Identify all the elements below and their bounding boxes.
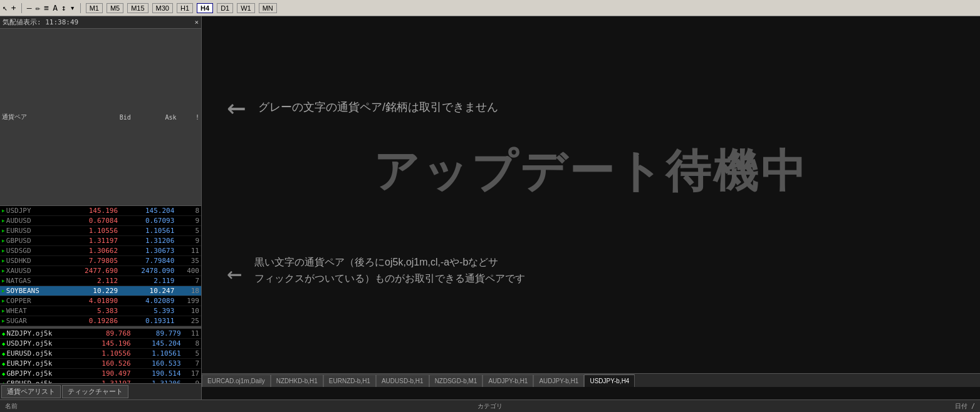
- bid-cell: 0.67084: [63, 216, 120, 226]
- lines-icon[interactable]: ≡: [44, 3, 49, 13]
- table-row[interactable]: ▶ NATGAS 2.112 2.119 7: [0, 276, 201, 286]
- tf-m1[interactable]: M1: [86, 3, 103, 13]
- table-row[interactable]: ▶ AUDUSD 0.67084 0.67093 9: [0, 216, 201, 226]
- symbol-cell: ▶ USDHKD: [0, 256, 63, 265]
- table-row[interactable]: ▶ GBPUSD 1.31197 1.31206 9: [0, 236, 201, 246]
- bid-cell: 1.31197: [63, 236, 120, 246]
- footer-left: 名前: [5, 402, 328, 411]
- bid-cell: 7.79805: [63, 256, 120, 266]
- table-row[interactable]: ◆ USDJPY.oj5k 145.196 145.204 8: [0, 339, 201, 349]
- update-waiting-text: アップデート待機中: [202, 142, 980, 202]
- watchlist-close-btn[interactable]: ×: [194, 18, 199, 26]
- draw-icon[interactable]: ✏: [35, 3, 40, 13]
- symbol-cell: ▶ COPPER: [0, 296, 63, 306]
- tab-button[interactable]: AUDJPY-b,H1: [482, 374, 533, 387]
- row-arrow-icon: ▶: [2, 248, 5, 254]
- ask-cell: 1.30673: [120, 246, 176, 256]
- watchlist-buttons: 通貨ペアリスト ティックチャート: [0, 383, 201, 399]
- tab-button[interactable]: EURCAD.oj1m,Daily: [202, 374, 271, 387]
- spread-cell: 9: [183, 379, 201, 383]
- ask-cell: 1.31206: [120, 236, 176, 246]
- ask-cell: 160.533: [133, 359, 183, 369]
- spread-cell: 400: [176, 266, 201, 276]
- table-row[interactable]: ◆ GBPUSD.oj5k 1.31197 1.31206 9: [0, 379, 201, 383]
- symbol-cell: ◆ EURUSD.oj5k: [0, 349, 83, 358]
- watchlist-section1: ▶ USDJPY 145.196 145.204 8 ▶ AUDUSD 0.67…: [0, 206, 201, 326]
- tick-chart-btn[interactable]: ティックチャート: [62, 385, 128, 398]
- tf-m15[interactable]: M15: [127, 3, 148, 13]
- diamond-icon: ◆: [2, 331, 5, 337]
- table-row[interactable]: ◆ EURUSD.oj5k 1.10556 1.10561 5: [0, 349, 201, 359]
- bid-cell: 5.383: [63, 306, 120, 316]
- symbol-cell: ◆ GBPJPY.oj5k: [0, 369, 83, 378]
- table-row[interactable]: ▶ USDSGD 1.30662 1.30673 11: [0, 246, 201, 256]
- symbol-cell: ◆ EURJPY.oj5k: [0, 359, 83, 368]
- table-row[interactable]: ◆ EURJPY.oj5k 160.526 160.533 7: [0, 359, 201, 369]
- tab-button[interactable]: EURNZD-b,H1: [323, 374, 376, 387]
- bid-cell: 2.112: [63, 276, 120, 286]
- symbol-name: SUGAR: [6, 317, 27, 325]
- footer-right: 日付 /: [652, 402, 975, 411]
- tf-h1[interactable]: H1: [177, 3, 193, 13]
- table-row[interactable]: ◆ GBPJPY.oj5k 190.497 190.514 17: [0, 369, 201, 379]
- table-row[interactable]: ▶ SUGAR 0.19286 0.19311 25: [0, 316, 201, 326]
- tab-button[interactable]: AUDJPY-b,H1: [533, 374, 584, 387]
- table-row[interactable]: ◆ NZDJPY.oj5k 89.768 89.779 11: [0, 329, 201, 339]
- tab-button[interactable]: NZDSGD-b,M1: [429, 374, 483, 387]
- table-row[interactable]: ▶ XAUUSD 2477.690 2478.090 400: [0, 266, 201, 276]
- tf-mn[interactable]: MN: [259, 3, 277, 13]
- row-arrow-icon: ▶: [2, 258, 5, 264]
- row-arrow-icon: ▶: [2, 268, 5, 274]
- bid-cell: 1.10556: [83, 349, 133, 359]
- symbol-name: XAUUSD: [6, 267, 31, 275]
- text-icon[interactable]: A: [53, 3, 58, 13]
- ask-cell: 5.393: [120, 306, 176, 316]
- col-symbol: 通貨ペア: [0, 29, 87, 206]
- spread-cell: 5: [183, 349, 201, 359]
- tf-m5[interactable]: M5: [107, 3, 123, 13]
- tf-w1[interactable]: W1: [237, 3, 255, 13]
- table-row[interactable]: ▶ WHEAT 5.383 5.393 10: [0, 306, 201, 316]
- tf-m30[interactable]: M30: [152, 3, 173, 13]
- cursor2-icon[interactable]: ↕: [61, 3, 66, 13]
- tf-h4[interactable]: H4: [197, 3, 213, 13]
- watchlist-scroll[interactable]: ▶ USDJPY 145.196 145.204 8 ▶ AUDUSD 0.67…: [0, 206, 201, 383]
- table-row[interactable]: ▶ USDJPY 145.196 145.204 8: [0, 206, 201, 216]
- caret-icon[interactable]: ▾: [70, 3, 75, 13]
- ask-cell: 190.514: [133, 369, 183, 379]
- tab-button[interactable]: NZDHKD-b,H1: [271, 374, 323, 387]
- spread-cell: 25: [176, 316, 201, 326]
- cursor-icon[interactable]: ↖: [3, 3, 8, 13]
- plus-icon[interactable]: +: [11, 3, 16, 13]
- table-row[interactable]: ▶ USDHKD 7.79805 7.79840 35: [0, 256, 201, 266]
- watchlist-table: 通貨ペア Bid Ask !: [0, 29, 201, 206]
- tab-button[interactable]: AUDUSD-b,H1: [376, 374, 429, 387]
- overlay-text-bottom: 黒い文字の通貨ペア（後ろにoj5k,oj1m,cl,-aや-bなどサ フィックス…: [254, 254, 525, 286]
- spread-cell: 18: [176, 286, 201, 296]
- table-row[interactable]: ▶ EURUSD 1.10556 1.10561 5: [0, 226, 201, 236]
- bid-cell: 89.768: [83, 329, 133, 339]
- ask-cell: 10.247: [120, 286, 176, 296]
- symbol-name: USDHKD: [6, 257, 31, 265]
- overlay-text-top: グレーの文字の通貨ペア/銘柄は取引できません: [258, 100, 498, 115]
- symbol-cell: ▶ USDSGD: [0, 246, 63, 255]
- ask-cell: 1.31206: [133, 379, 183, 383]
- symbol-name: COPPER: [6, 297, 31, 305]
- spread-cell: 11: [183, 329, 201, 339]
- ask-cell: 2478.090: [120, 266, 176, 276]
- ask-cell: 0.19311: [120, 316, 176, 326]
- ask-cell: 89.779: [133, 329, 183, 339]
- tf-d1[interactable]: D1: [217, 3, 233, 13]
- table-row[interactable]: ▶ SOYBEANS 10.229 10.247 18: [0, 286, 201, 296]
- symbol-cell: ▶ XAUUSD: [0, 266, 63, 276]
- pair-list-btn[interactable]: 通貨ペアリスト: [1, 385, 61, 398]
- footer-bar: 名前 カテゴリ 日付 /: [0, 399, 980, 412]
- spread-cell: 8: [183, 339, 201, 349]
- tab-button[interactable]: USDJPY-b,H4: [584, 374, 635, 387]
- table-row[interactable]: ▶ COPPER 4.01890 4.02089 199: [0, 296, 201, 306]
- minus-icon[interactable]: —: [27, 3, 32, 13]
- diamond-icon: ◆: [2, 341, 5, 347]
- symbol-cell: ▶ SUGAR: [0, 316, 63, 326]
- divider-1: [21, 3, 22, 13]
- row-arrow-icon: ▶: [2, 278, 5, 284]
